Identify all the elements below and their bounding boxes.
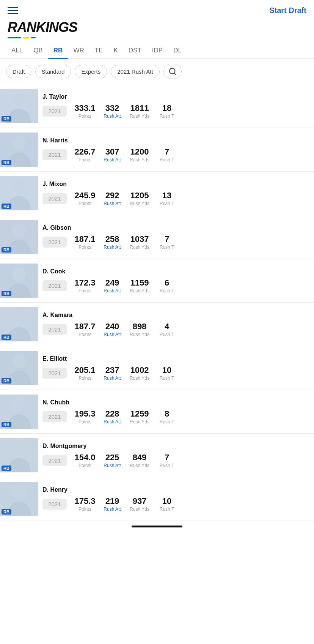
stat-rush-att: 292 Rush Att <box>99 191 126 206</box>
player-row[interactable]: RB E. Elliott 2021 205.1 Points 237 Rush… <box>0 346 314 390</box>
position-badge: RB <box>2 160 11 165</box>
player-avatar: RB <box>0 220 38 254</box>
player-name: E. Elliott <box>38 355 314 362</box>
rush-att-label: Rush Att <box>104 376 121 381</box>
stat-rush-yds: 1159 Rush Yds <box>126 278 153 294</box>
stat-points: 187.1 Points <box>71 234 99 250</box>
start-draft-button[interactable]: Start Draft <box>269 6 306 15</box>
rush-yds-value: 1811 <box>130 103 149 113</box>
draft-filter-button[interactable]: Draft <box>6 65 31 78</box>
points-label: Points <box>78 201 91 206</box>
year-badge: 2021 <box>42 106 67 117</box>
player-info: E. Elliott 2021 205.1 Points 237 Rush At… <box>38 355 314 381</box>
page-title: RANKINGS <box>8 19 306 35</box>
rush-yds-label: Rush Yds <box>130 463 149 468</box>
tab-qb[interactable]: QB <box>28 43 48 58</box>
points-value: 154.0 <box>74 453 95 462</box>
player-name: A. Kamara <box>38 312 314 319</box>
stat-points: 172.3 Points <box>71 278 99 294</box>
rush-att-label: Rush Att <box>104 201 121 206</box>
rush-att-value: 332 <box>105 103 119 113</box>
tab-te[interactable]: TE <box>89 43 108 58</box>
rush-att-value: 228 <box>105 409 119 419</box>
player-row[interactable]: RB N. Chubb 2021 195.3 Points 228 Rush A… <box>0 390 314 434</box>
tab-dl[interactable]: DL <box>168 43 187 58</box>
player-row[interactable]: RB D. Henry 2021 175.3 Points 219 Rush A… <box>0 477 314 521</box>
tab-idp[interactable]: IDP <box>147 43 168 58</box>
experts-filter-button[interactable]: Experts <box>75 65 107 78</box>
rush-yds-label: Rush Yds <box>130 332 149 337</box>
year-badge: 2021 <box>42 280 67 291</box>
rush-td-value: 7 <box>165 147 169 157</box>
position-badge: RB <box>2 247 11 253</box>
stat-points: 205.1 Points <box>71 365 99 381</box>
player-row[interactable]: RB A. Gibson 2021 187.1 Points 258 Rush … <box>0 215 314 259</box>
points-label: Points <box>78 332 91 337</box>
rush-yds-value: 1200 <box>130 147 149 157</box>
rush-td-label: Rush T <box>160 507 174 512</box>
stat-rush-td: 7 Rush T <box>153 453 181 468</box>
rush-att-label: Rush Att <box>104 245 121 250</box>
player-avatar: RB <box>0 89 38 123</box>
standard-filter-button[interactable]: Standard <box>35 65 71 78</box>
position-badge: RB <box>2 378 11 384</box>
svg-point-7 <box>12 180 26 194</box>
points-value: 226.7 <box>74 147 95 157</box>
player-avatar: RB <box>0 438 38 472</box>
player-name: D. Henry <box>38 486 314 493</box>
rush-att-value: 292 <box>105 191 119 200</box>
svg-point-9 <box>12 224 26 237</box>
svg-point-17 <box>12 398 26 412</box>
player-list: RB J. Taylor 2021 333.1 Points 332 Rush … <box>0 84 314 521</box>
tab-k[interactable]: K <box>108 43 123 58</box>
rush-td-value: 7 <box>165 453 169 462</box>
header: Start Draft <box>0 0 314 18</box>
rush-att-label: Rush Att <box>104 332 121 337</box>
rush-td-value: 13 <box>162 191 171 200</box>
player-stats: 2021 245.9 Points 292 Rush Att 1205 Rush… <box>38 191 314 206</box>
menu-button[interactable] <box>8 7 18 14</box>
rush-td-label: Rush T <box>160 114 174 119</box>
stat-rush-td: 8 Rush T <box>153 409 181 425</box>
rush-td-value: 6 <box>165 278 169 288</box>
player-name: J. Mixon <box>38 181 314 188</box>
tab-dst[interactable]: DST <box>123 43 147 58</box>
player-row[interactable]: RB D. Montgomery 2021 154.0 Points 225 R… <box>0 434 314 477</box>
player-row[interactable]: RB D. Cook 2021 172.3 Points 249 Rush At… <box>0 259 314 303</box>
tab-all[interactable]: ALL <box>6 43 28 58</box>
rush-yds-value: 1259 <box>130 409 149 419</box>
player-info: D. Henry 2021 175.3 Points 219 Rush Att … <box>38 486 314 512</box>
stat-rush-td: 4 Rush T <box>153 322 181 337</box>
stat-points: 245.9 Points <box>71 191 99 206</box>
search-button[interactable] <box>163 64 182 79</box>
year-badge: 2021 <box>42 368 67 379</box>
year-badge: 2021 <box>42 411 67 422</box>
tab-rb[interactable]: RB <box>48 43 68 58</box>
player-row[interactable]: RB J. Mixon 2021 245.9 Points 292 Rush A… <box>0 172 314 215</box>
rush-att-value: 249 <box>105 278 119 288</box>
rush-td-label: Rush T <box>160 376 174 381</box>
player-stats: 2021 205.1 Points 237 Rush Att 1002 Rush… <box>38 365 314 381</box>
points-value: 187.1 <box>74 234 95 244</box>
rush-yds-value: 1159 <box>130 278 149 288</box>
player-stats: 2021 154.0 Points 225 Rush Att 849 Rush … <box>38 453 314 468</box>
rush-att-label: Rush Att <box>104 463 121 468</box>
points-value: 172.3 <box>74 278 95 288</box>
year-badge: 2021 <box>42 499 67 510</box>
stat-rush-att: 240 Rush Att <box>99 322 126 337</box>
player-stats: 2021 187.1 Points 258 Rush Att 1037 Rush… <box>38 234 314 250</box>
player-name: J. Taylor <box>38 93 314 100</box>
position-badge: RB <box>2 116 11 122</box>
player-row[interactable]: RB A. Kamara 2021 187.7 Points 240 Rush … <box>0 303 314 346</box>
position-badge: RB <box>2 422 11 427</box>
tab-wr[interactable]: WR <box>68 43 89 58</box>
player-info: J. Taylor 2021 333.1 Points 332 Rush Att… <box>38 93 314 119</box>
player-name: N. Harris <box>38 137 314 144</box>
player-row[interactable]: RB N. Harris 2021 226.7 Points 307 Rush … <box>0 128 314 172</box>
rush-td-label: Rush T <box>160 201 174 206</box>
svg-point-11 <box>12 267 26 281</box>
rush-td-value: 18 <box>162 103 171 113</box>
player-row[interactable]: RB J. Taylor 2021 333.1 Points 332 Rush … <box>0 84 314 128</box>
stat-filter-button[interactable]: 2021 Rush Att <box>111 65 159 78</box>
player-avatar: RB <box>0 395 38 429</box>
